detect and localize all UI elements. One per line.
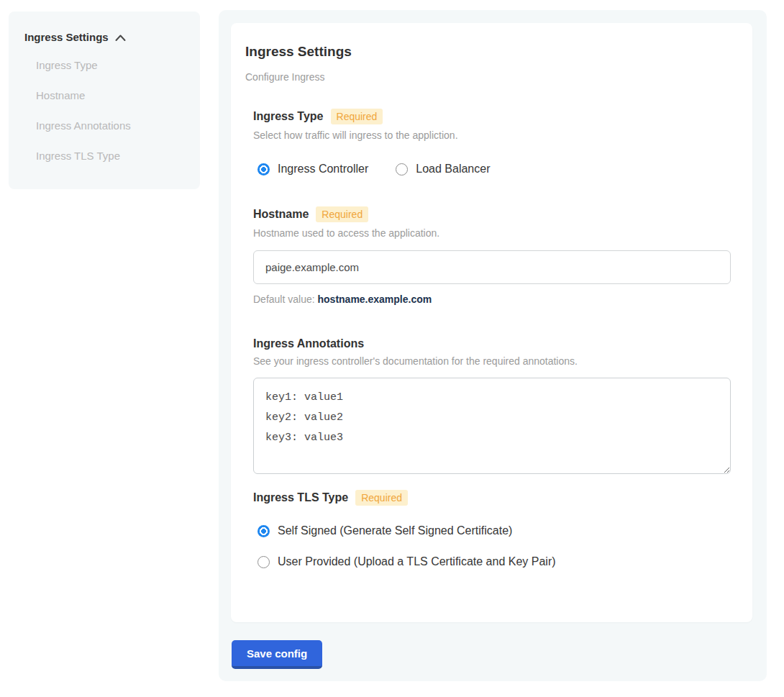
default-value-text: hostname.example.com [318,293,432,305]
sidebar-group-label: Ingress Settings [24,31,109,43]
radio-option-label: Self Signed (Generate Self Signed Certif… [278,524,512,537]
chevron-up-icon [115,35,126,42]
radio-option-user-provided[interactable]: User Provided (Upload a TLS Certificate … [257,555,731,568]
config-card: Ingress Settings Configure Ingress Ingre… [231,23,752,622]
required-badge: Required [316,206,368,222]
ingress-annotations-help: See your ingress controller's documentat… [253,355,731,367]
radio-option-load-balancer[interactable]: Load Balancer [396,163,490,176]
ingress-tls-type-label: Ingress TLS Type [253,491,348,504]
save-config-button[interactable]: Save config [232,640,322,669]
sidebar-item-ingress-type[interactable]: Ingress Type [36,58,187,73]
config-nav-sidebar: Ingress Settings Ingress Type Hostname I… [9,12,200,189]
hostname-help: Hostname used to access the application. [253,227,731,239]
default-value-prefix: Default value: [253,293,318,305]
radio-selected-icon[interactable] [257,525,270,537]
page-title: Ingress Settings [245,44,731,60]
ingress-annotations-label: Ingress Annotations [253,337,364,350]
sidebar-item-ingress-tls-type[interactable]: Ingress TLS Type [36,149,187,163]
radio-option-label: User Provided (Upload a TLS Certificate … [278,555,556,568]
sidebar-group-ingress-settings[interactable]: Ingress Settings [24,31,187,43]
ingress-type-help: Select how traffic will ingress to the a… [253,129,731,141]
page-subtitle: Configure Ingress [245,71,731,83]
sidebar-item-hostname[interactable]: Hostname [36,88,187,103]
hostname-label: Hostname [253,208,309,221]
required-badge: Required [355,490,408,506]
radio-option-self-signed[interactable]: Self Signed (Generate Self Signed Certif… [257,524,731,537]
section-ingress-type: Ingress Type Required Select how traffic… [253,109,731,176]
config-panel: Ingress Settings Configure Ingress Ingre… [219,10,767,681]
ingress-type-radio-group: Ingress Controller Load Balancer [257,163,731,176]
required-badge: Required [331,109,383,124]
radio-option-label: Ingress Controller [278,163,368,176]
sidebar-item-list: Ingress Type Hostname Ingress Annotation… [36,58,187,163]
section-ingress-annotations: Ingress Annotations See your ingress con… [253,337,731,474]
hostname-input[interactable] [253,250,731,284]
ingress-type-label: Ingress Type [253,110,324,123]
section-hostname: Hostname Required Hostname used to acces… [253,206,731,305]
section-ingress-tls-type: Ingress TLS Type Required Self Signed (G… [253,490,731,568]
config-page: Ingress Settings Ingress Type Hostname I… [0,0,784,697]
ingress-annotations-textarea[interactable]: key1: value1 key2: value2 key3: value3 [253,378,731,474]
config-sections: Ingress Type Required Select how traffic… [253,109,731,568]
radio-unselected-icon[interactable] [257,556,270,568]
radio-option-label: Load Balancer [416,163,490,176]
hostname-default-value: Default value: hostname.example.com [253,293,731,305]
radio-selected-icon[interactable] [257,163,270,176]
radio-option-ingress-controller[interactable]: Ingress Controller [257,163,368,176]
radio-unselected-icon[interactable] [396,163,408,176]
ingress-tls-radio-group: Self Signed (Generate Self Signed Certif… [257,524,731,568]
sidebar-item-ingress-annotations[interactable]: Ingress Annotations [36,119,187,133]
